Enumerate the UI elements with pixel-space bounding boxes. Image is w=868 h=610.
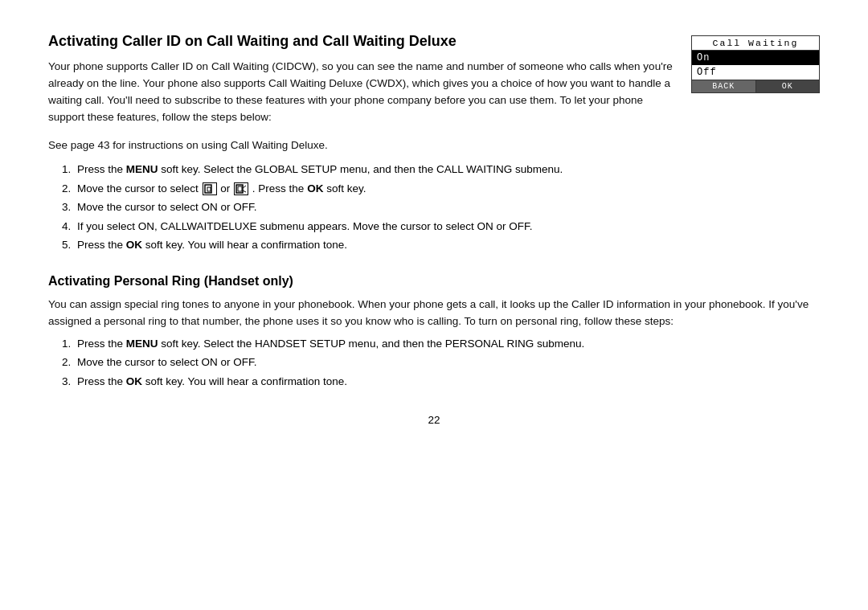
step1-5-bold: OK bbox=[126, 239, 142, 251]
step1-3: Move the cursor to select ON or OFF. bbox=[74, 199, 820, 216]
display-title: Call Waiting bbox=[692, 36, 819, 51]
section1-text-block: Activating Caller ID on Call Waiting and… bbox=[48, 32, 691, 131]
display-off: Off bbox=[692, 65, 819, 80]
section1-header: Activating Caller ID on Call Waiting and… bbox=[48, 32, 820, 131]
section1-title: Activating Caller ID on Call Waiting and… bbox=[48, 32, 675, 51]
step1-5: Press the OK soft key. You will hear a c… bbox=[74, 236, 820, 254]
section1-intro: Your phone supports Caller ID on Call Wa… bbox=[48, 59, 675, 126]
page-number: 22 bbox=[48, 414, 820, 426]
step2-2: Move the cursor to select ON or OFF. bbox=[74, 354, 820, 371]
step1-4: If you select ON, CALLWAITDELUXE submenu… bbox=[74, 218, 820, 235]
step1-1-bold: MENU bbox=[126, 163, 158, 175]
display-buttons: BACK OK bbox=[692, 80, 819, 92]
step2-3-bold: OK bbox=[126, 375, 142, 387]
section1-steps: Press the MENU soft key. Select the GLOB… bbox=[74, 161, 820, 254]
icon-handset1 bbox=[203, 182, 217, 195]
step1-2: Move the cursor to select or . Press the… bbox=[74, 180, 820, 198]
step2-1: Press the MENU soft key. Select the HAND… bbox=[74, 335, 820, 353]
icon-handset2 bbox=[234, 182, 248, 195]
display-ok-button: OK bbox=[756, 80, 820, 92]
svg-rect-3 bbox=[238, 186, 242, 191]
see-page-note: See page 43 for instructions on using Ca… bbox=[48, 137, 820, 154]
step2-1-bold: MENU bbox=[126, 338, 158, 350]
display-on: On bbox=[692, 51, 819, 65]
display-back-button: BACK bbox=[692, 80, 756, 92]
svg-rect-1 bbox=[207, 187, 211, 191]
page-content: Activating Caller ID on Call Waiting and… bbox=[48, 32, 820, 426]
phone-display-widget: Call Waiting On Off BACK OK bbox=[691, 35, 820, 93]
step2-3: Press the OK soft key. You will hear a c… bbox=[74, 373, 820, 391]
step1-2-bold: OK bbox=[307, 182, 323, 194]
section2-steps: Press the MENU soft key. Select the HAND… bbox=[74, 335, 820, 391]
section2-intro: You can assign special ring tones to any… bbox=[48, 297, 820, 330]
section2-title: Activating Personal Ring (Handset only) bbox=[48, 273, 820, 290]
step1-1: Press the MENU soft key. Select the GLOB… bbox=[74, 161, 820, 178]
